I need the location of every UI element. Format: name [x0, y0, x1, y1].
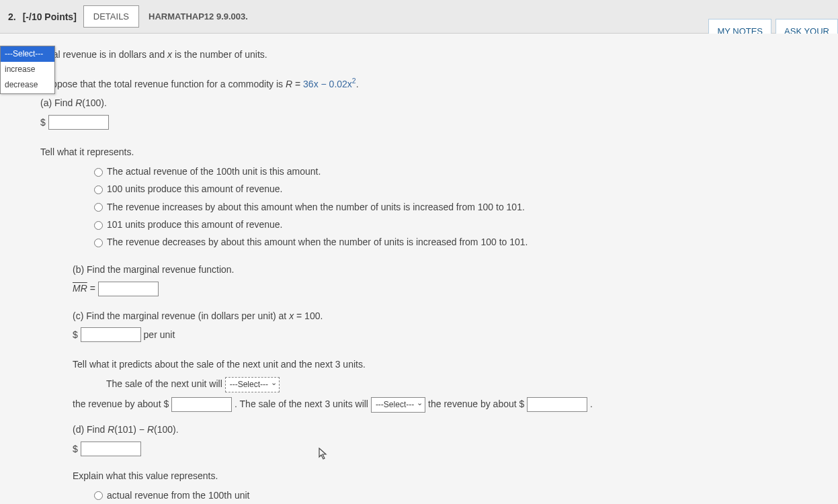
part-d-input-row: $ [73, 442, 798, 457]
part-c-select-1[interactable]: ---Select--- [225, 377, 280, 392]
part-d-tell: Explain what this value represents. [73, 468, 798, 483]
dropdown-option-decrease[interactable]: decrease [1, 77, 54, 93]
part-b-answer-input[interactable] [98, 282, 159, 296]
part-c-select-1-dropdown: ---Select--- increase decrease [0, 46, 55, 94]
part-a-input-row: $ [40, 115, 798, 130]
question-source: HARMATHAP12 9.9.003. [149, 11, 248, 22]
part-a-tell: Tell what it represents. [40, 144, 798, 159]
part-c-next-unit-input[interactable] [171, 397, 232, 412]
part-a-option-row: The actual revenue of the 100th unit is … [94, 164, 798, 179]
part-c-select-2[interactable]: ---Select--- [371, 397, 425, 413]
part-c-tell: Tell what it predicts about the sale of … [73, 357, 798, 372]
part-c-next-3-units-input[interactable] [527, 397, 587, 412]
part-d-question: (d) Find R(101) − R(100). [73, 422, 798, 437]
part-a-question: (a) Find R(100). [40, 95, 798, 110]
part-b: (b) Find the marginal revenue function. … [73, 262, 798, 296]
intro-line-1: Total revenue is in dollars and x is the… [40, 47, 798, 62]
part-c-input-row: $ per unit [73, 327, 798, 343]
part-a-radio-2[interactable] [94, 185, 103, 194]
part-a-radio-3[interactable] [94, 203, 103, 212]
question-number: 2. [8, 11, 16, 22]
details-button[interactable]: DETAILS [83, 5, 139, 28]
part-b-input-row: MR = [73, 281, 798, 296]
part-a-option-row: The revenue increases by about this amou… [94, 200, 798, 214]
part-a-radio-1[interactable] [94, 168, 103, 177]
part-a-radio-5[interactable] [94, 239, 103, 247]
part-c-sentence: The sale of the next unit will ---Select… [106, 376, 798, 392]
part-d: (d) Find R(101) − R(100). $ Explain what… [73, 422, 798, 504]
part-c-question: (c) Find the marginal revenue (in dollar… [73, 308, 798, 323]
dropdown-option-increase[interactable]: increase [1, 62, 54, 77]
part-c-answer-input[interactable] [81, 327, 141, 342]
part-a-radio-4[interactable] [94, 221, 103, 230]
part-a-option-row: 100 units produce this amount of revenue… [94, 181, 798, 196]
dropdown-option-placeholder[interactable]: ---Select--- [1, 46, 54, 62]
part-d-answer-input[interactable] [81, 442, 141, 456]
part-b-question: (b) Find the marginal revenue function. [73, 262, 798, 277]
part-c: (c) Find the marginal revenue (in dollar… [73, 308, 798, 413]
intro-line-2: Suppose that the total revenue function … [40, 75, 798, 91]
points-label: [-/10 Points] [23, 11, 77, 22]
part-d-radio-1[interactable] [94, 491, 103, 500]
part-a-option-row: The revenue decreases by about this amou… [94, 235, 798, 249]
part-a-option-row: 101 units produce this amount of revenue… [94, 217, 798, 232]
part-a-answer-input[interactable] [48, 115, 109, 130]
question-content: Total revenue is in dollars and x is the… [0, 34, 838, 504]
part-d-option-row: actual revenue from the 100th unit [94, 488, 798, 503]
